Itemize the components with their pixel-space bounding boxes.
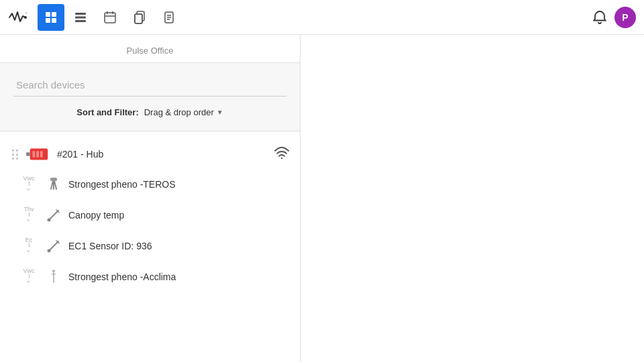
svg-rect-22 <box>32 151 35 157</box>
svg-text:+: + <box>25 10 27 16</box>
sensor-connector-0: Vwc › <box>19 176 39 193</box>
sensor-name-0: Strongest pheno -TEROS <box>68 179 289 190</box>
nav-list-button[interactable] <box>67 4 94 31</box>
sensor-connector-1: Thv › <box>19 206 39 224</box>
sensor-name-3: Strongest pheno -Acclima <box>68 272 289 282</box>
user-avatar[interactable]: P <box>614 7 636 28</box>
sensor-name-1: Canopy temp <box>68 210 289 221</box>
svg-point-31 <box>48 219 51 222</box>
svg-point-34 <box>48 249 51 253</box>
svg-rect-7 <box>75 16 86 18</box>
sensor-item[interactable]: Thv › Canopy temp <box>0 200 300 231</box>
hub-label: #201 - Hub <box>57 149 268 160</box>
panel-header: Pulse Office <box>0 35 300 63</box>
nav-dashboard-button[interactable] <box>38 4 64 31</box>
svg-point-25 <box>281 157 282 158</box>
chevron-down-icon: ▼ <box>217 109 223 116</box>
sensor-connector-3: Vwc › <box>19 268 39 286</box>
hub-device-icon <box>26 146 50 162</box>
search-input[interactable] <box>13 74 286 97</box>
app-logo[interactable]: + <box>8 8 27 27</box>
navbar: + <box>0 0 644 35</box>
wifi-icon <box>274 147 289 162</box>
sort-filter-value: Drag & drop order <box>144 107 214 117</box>
svg-rect-6 <box>75 13 86 15</box>
sensor-connector-2: Ec › <box>19 237 39 255</box>
sensor-item[interactable]: Vwc › Strongest pheno -Acclima <box>0 261 300 292</box>
svg-rect-20 <box>26 152 30 156</box>
hub-item[interactable]: #201 - Hub <box>0 139 300 169</box>
sensor-icon-3 <box>46 269 62 285</box>
sensor-icon-2 <box>46 238 62 254</box>
nav-calendar-button[interactable] <box>97 4 123 31</box>
svg-rect-23 <box>36 151 39 157</box>
sort-filter-row: Sort and Filter: Drag & drop order ▼ <box>13 107 286 117</box>
right-panel <box>301 35 644 362</box>
svg-rect-5 <box>52 18 56 23</box>
left-panel: Pulse Office Sort and Filter: Drag & dro… <box>0 35 301 362</box>
main-layout: Pulse Office Sort and Filter: Drag & dro… <box>0 35 644 362</box>
drag-handle[interactable] <box>11 148 19 161</box>
sensor-item[interactable]: Ec › EC1 Sensor ID: 936 <box>0 231 300 261</box>
svg-point-0 <box>24 16 27 19</box>
sort-filter-label: Sort and Filter: <box>76 107 138 117</box>
sensor-icon-1 <box>46 207 62 223</box>
svg-rect-29 <box>50 178 57 181</box>
sort-filter-dropdown[interactable]: Drag & drop order ▼ <box>144 107 223 117</box>
svg-rect-14 <box>135 14 142 23</box>
svg-rect-8 <box>75 20 86 22</box>
sensor-icon-0 <box>46 176 62 192</box>
svg-rect-4 <box>46 18 50 23</box>
svg-rect-3 <box>52 12 56 17</box>
svg-rect-24 <box>40 151 43 157</box>
sensor-name-2: EC1 Sensor ID: 936 <box>68 241 289 251</box>
devices-list: #201 - Hub Vwc › <box>0 131 300 300</box>
notifications-bell[interactable] <box>588 5 612 29</box>
search-wrapper <box>13 74 286 97</box>
svg-rect-2 <box>46 12 50 17</box>
svg-line-30 <box>49 210 58 220</box>
search-area: Sort and Filter: Drag & drop order ▼ <box>0 63 300 131</box>
sensor-item[interactable]: Vwc › Strongest pheno -TEROS <box>0 169 300 200</box>
svg-marker-37 <box>52 269 56 272</box>
svg-rect-9 <box>105 13 115 23</box>
svg-line-33 <box>49 241 58 251</box>
nav-copy-button[interactable] <box>126 4 153 31</box>
nav-document-button[interactable] <box>156 4 182 31</box>
